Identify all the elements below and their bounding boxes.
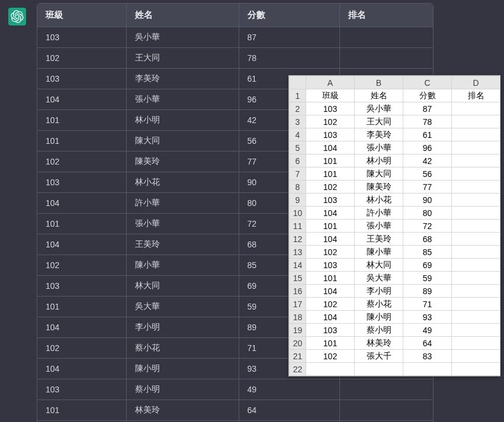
- excel-col-header[interactable]: D: [452, 76, 500, 89]
- excel-cell[interactable]: 42: [403, 154, 452, 167]
- excel-cell[interactable]: [452, 233, 500, 246]
- excel-cell[interactable]: [452, 167, 500, 181]
- excel-row-header[interactable]: 19: [290, 324, 306, 337]
- excel-cell[interactable]: 陳小華: [355, 246, 403, 259]
- excel-row-header[interactable]: 1: [290, 89, 306, 102]
- excel-cell[interactable]: 102: [306, 115, 355, 128]
- excel-cell[interactable]: [452, 154, 500, 167]
- excel-row-header[interactable]: 17: [290, 298, 306, 311]
- excel-cell[interactable]: [452, 141, 500, 154]
- excel-cell[interactable]: 103: [306, 102, 355, 115]
- excel-cell[interactable]: 張大千: [355, 350, 403, 363]
- excel-cell[interactable]: [452, 337, 500, 350]
- excel-cell[interactable]: 班級: [306, 89, 355, 102]
- excel-cell[interactable]: 102: [306, 350, 355, 363]
- excel-cell[interactable]: 61: [403, 128, 452, 141]
- excel-cell[interactable]: 101: [306, 154, 355, 167]
- excel-cell[interactable]: [452, 220, 500, 233]
- excel-cell[interactable]: [306, 363, 355, 376]
- excel-cell[interactable]: 59: [403, 272, 452, 285]
- excel-cell[interactable]: 101: [306, 220, 355, 233]
- excel-cell[interactable]: [452, 324, 500, 337]
- excel-row-header[interactable]: 12: [290, 233, 306, 246]
- excel-corner-cell[interactable]: [290, 76, 306, 89]
- excel-cell[interactable]: 102: [306, 298, 355, 311]
- excel-row-header[interactable]: 20: [290, 337, 306, 350]
- excel-cell[interactable]: [452, 259, 500, 272]
- excel-cell[interactable]: 101: [306, 272, 355, 285]
- excel-cell[interactable]: 104: [306, 233, 355, 246]
- excel-cell[interactable]: 分數: [403, 89, 452, 102]
- excel-cell[interactable]: 85: [403, 246, 452, 259]
- excel-cell[interactable]: 93: [403, 311, 452, 324]
- excel-row-header[interactable]: 8: [290, 181, 306, 194]
- excel-cell[interactable]: 104: [306, 141, 355, 154]
- excel-cell[interactable]: 蔡小明: [355, 324, 403, 337]
- excel-cell[interactable]: 49: [403, 324, 452, 337]
- excel-cell[interactable]: [452, 350, 500, 363]
- excel-cell[interactable]: 李小明: [355, 285, 403, 298]
- excel-cell[interactable]: 排名: [452, 89, 500, 102]
- excel-row-header[interactable]: 16: [290, 285, 306, 298]
- excel-cell[interactable]: 80: [403, 207, 452, 220]
- excel-cell[interactable]: 77: [403, 181, 452, 194]
- excel-row-header[interactable]: 4: [290, 128, 306, 141]
- excel-cell[interactable]: 張小華: [355, 141, 403, 154]
- excel-cell[interactable]: [452, 272, 500, 285]
- excel-row-header[interactable]: 11: [290, 220, 306, 233]
- excel-cell[interactable]: 78: [403, 115, 452, 128]
- excel-cell[interactable]: 王大同: [355, 115, 403, 128]
- excel-cell[interactable]: [452, 207, 500, 220]
- excel-cell[interactable]: 姓名: [355, 89, 403, 102]
- excel-cell[interactable]: 103: [306, 128, 355, 141]
- excel-cell[interactable]: [355, 363, 403, 376]
- excel-cell[interactable]: 陳小明: [355, 311, 403, 324]
- excel-cell[interactable]: [452, 285, 500, 298]
- excel-row-header[interactable]: 14: [290, 259, 306, 272]
- excel-row-header[interactable]: 22: [290, 363, 306, 376]
- excel-cell[interactable]: 許小華: [355, 207, 403, 220]
- excel-row-header[interactable]: 13: [290, 246, 306, 259]
- excel-cell[interactable]: 89: [403, 285, 452, 298]
- excel-cell[interactable]: 69: [403, 259, 452, 272]
- excel-row-header[interactable]: 7: [290, 167, 306, 181]
- excel-cell[interactable]: 李美玲: [355, 128, 403, 141]
- excel-cell[interactable]: 87: [403, 102, 452, 115]
- excel-cell[interactable]: 90: [403, 194, 452, 207]
- excel-cell[interactable]: 林小花: [355, 194, 403, 207]
- excel-cell[interactable]: 71: [403, 298, 452, 311]
- excel-col-header[interactable]: A: [306, 76, 355, 89]
- excel-row-header[interactable]: 5: [290, 141, 306, 154]
- excel-cell[interactable]: 101: [306, 167, 355, 181]
- excel-cell[interactable]: 72: [403, 220, 452, 233]
- excel-cell[interactable]: 蔡小花: [355, 298, 403, 311]
- excel-row-header[interactable]: 21: [290, 350, 306, 363]
- excel-cell[interactable]: [452, 115, 500, 128]
- excel-cell[interactable]: 102: [306, 181, 355, 194]
- excel-cell[interactable]: [452, 298, 500, 311]
- excel-cell[interactable]: 56: [403, 167, 452, 181]
- excel-cell[interactable]: [452, 181, 500, 194]
- excel-cell[interactable]: 104: [306, 285, 355, 298]
- excel-cell[interactable]: 吳大華: [355, 272, 403, 285]
- excel-cell[interactable]: 陳大同: [355, 167, 403, 181]
- excel-cell[interactable]: 陳美玲: [355, 181, 403, 194]
- excel-row-header[interactable]: 6: [290, 154, 306, 167]
- excel-cell[interactable]: 林大同: [355, 259, 403, 272]
- excel-row-header[interactable]: 18: [290, 311, 306, 324]
- excel-cell[interactable]: 102: [306, 246, 355, 259]
- excel-cell[interactable]: 103: [306, 194, 355, 207]
- excel-cell[interactable]: 張小華: [355, 220, 403, 233]
- excel-cell[interactable]: [452, 194, 500, 207]
- excel-cell[interactable]: [452, 311, 500, 324]
- excel-cell[interactable]: 96: [403, 141, 452, 154]
- excel-cell[interactable]: [403, 363, 452, 376]
- excel-cell[interactable]: 104: [306, 207, 355, 220]
- excel-row-header[interactable]: 15: [290, 272, 306, 285]
- excel-cell[interactable]: 林小明: [355, 154, 403, 167]
- excel-cell[interactable]: 83: [403, 350, 452, 363]
- excel-cell[interactable]: [452, 102, 500, 115]
- excel-cell[interactable]: [452, 128, 500, 141]
- excel-cell[interactable]: 64: [403, 337, 452, 350]
- excel-row-header[interactable]: 10: [290, 207, 306, 220]
